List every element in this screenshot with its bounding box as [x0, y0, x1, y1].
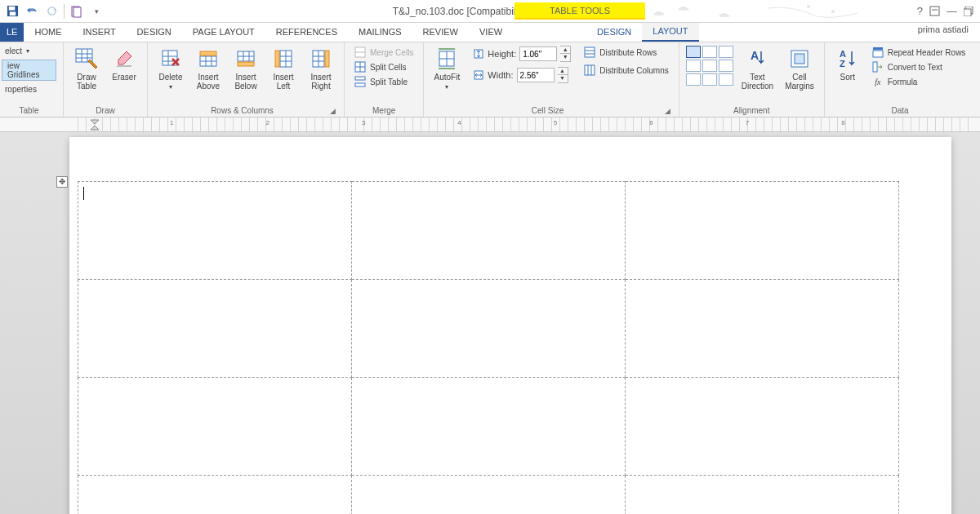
table-cell[interactable]	[352, 378, 626, 476]
svg-point-7	[831, 10, 835, 13]
table-cell[interactable]	[352, 280, 626, 378]
tab-file[interactable]: LE	[0, 22, 24, 42]
tab-page-layout[interactable]: PAGE LAYOUT	[182, 22, 265, 42]
distribute-columns-button[interactable]: Distribute Columns	[581, 64, 671, 77]
group-merge: Merge Cells Split Cells Split Table Merg…	[345, 42, 424, 117]
sort-icon: AZ	[836, 47, 859, 70]
align-middle-right[interactable]	[719, 60, 733, 72]
user-name[interactable]: prima astiadi	[918, 24, 969, 34]
cell-size-launcher-icon[interactable]: ◢	[665, 107, 672, 115]
split-table-icon	[354, 76, 366, 87]
save-icon[interactable]	[5, 4, 20, 19]
table-cell[interactable]	[78, 280, 352, 378]
table-cell[interactable]	[626, 280, 899, 378]
minimize-icon[interactable]: —	[947, 5, 957, 17]
svg-rect-66	[873, 62, 877, 72]
qat-customize-icon[interactable]: ▾	[89, 4, 104, 19]
height-spinner[interactable]: ▲▼	[560, 46, 571, 62]
svg-rect-1	[8, 7, 15, 11]
tab-mailings[interactable]: MAILINGS	[348, 22, 412, 42]
tab-insert[interactable]: INSERT	[72, 22, 126, 42]
eraser-button[interactable]: Eraser	[108, 46, 140, 83]
autofit-button[interactable]: AutoFit▾	[430, 46, 463, 93]
split-cells-button[interactable]: Split Cells	[351, 60, 416, 73]
table-row[interactable]	[78, 378, 899, 476]
svg-rect-46	[355, 77, 365, 80]
align-middle-left[interactable]	[686, 60, 701, 72]
svg-rect-56	[585, 65, 595, 75]
restore-icon[interactable]	[964, 7, 973, 16]
split-table-button[interactable]: Split Table	[351, 75, 416, 88]
draw-table-button[interactable]: Draw Table	[70, 46, 103, 92]
insert-left-button[interactable]: Insert Left	[267, 46, 300, 92]
document-table[interactable]	[78, 181, 899, 514]
ribbon-display-icon[interactable]	[929, 6, 940, 16]
align-bottom-right[interactable]	[719, 73, 733, 86]
insert-below-button[interactable]: Insert Below	[229, 46, 262, 92]
view-gridlines-button[interactable]: iew Gridlines	[2, 60, 56, 81]
select-button[interactable]: elect ▾	[2, 46, 56, 56]
width-label: Width:	[488, 70, 513, 80]
distribute-columns-icon	[584, 64, 595, 76]
tab-table-design[interactable]: DESIGN	[586, 22, 642, 42]
tab-references[interactable]: REFERENCES	[265, 22, 348, 42]
group-cell-size-label: Cell Size	[430, 104, 664, 115]
split-cells-icon	[354, 61, 366, 73]
tab-home[interactable]: HOME	[24, 22, 72, 42]
width-input[interactable]	[517, 68, 555, 82]
align-bottom-left[interactable]	[686, 73, 701, 86]
table-cell[interactable]	[78, 378, 352, 476]
width-spinner[interactable]: ▲▼	[558, 67, 568, 83]
print-preview-icon[interactable]	[69, 4, 84, 19]
svg-point-6	[807, 5, 810, 8]
table-cell[interactable]	[352, 182, 626, 280]
width-field: Width: ▲▼	[473, 67, 571, 83]
insert-right-button[interactable]: Insert Right	[305, 46, 337, 92]
formula-button[interactable]: fx Formula	[869, 75, 969, 88]
undo-icon[interactable]	[24, 4, 39, 19]
svg-text:A: A	[751, 49, 759, 62]
insert-above-icon	[197, 47, 220, 70]
insert-above-button[interactable]: Insert Above	[192, 46, 225, 92]
align-top-center[interactable]	[702, 46, 717, 58]
repeat-header-rows-button[interactable]: Repeat Header Rows	[869, 46, 969, 59]
qat-separator	[64, 4, 65, 19]
tab-review[interactable]: REVIEW	[412, 22, 469, 42]
sort-button[interactable]: AZ Sort	[831, 46, 864, 83]
height-input[interactable]	[519, 47, 557, 61]
tab-table-layout[interactable]: LAYOUT	[642, 22, 698, 42]
table-cell[interactable]	[626, 182, 899, 280]
align-bottom-center[interactable]	[702, 73, 717, 86]
tab-design[interactable]: DESIGN	[127, 22, 182, 42]
text-direction-button[interactable]: A Text Direction	[738, 46, 777, 92]
title-bar: ▾ T&J_no.103.doc [Compatibility Mode] - …	[0, 0, 980, 23]
tab-view[interactable]: VIEW	[469, 22, 513, 42]
text-direction-icon: A	[746, 47, 768, 70]
table-cell[interactable]	[352, 476, 626, 515]
align-middle-center[interactable]	[702, 60, 717, 72]
table-cell[interactable]	[78, 476, 352, 515]
table-row[interactable]	[78, 280, 899, 378]
align-top-left[interactable]	[686, 46, 701, 58]
table-row[interactable]	[78, 476, 899, 515]
table-row[interactable]	[78, 182, 899, 280]
document-area[interactable]: ✥	[0, 132, 980, 514]
distribute-rows-button[interactable]: Distribute Rows	[581, 46, 671, 59]
align-top-right[interactable]	[719, 46, 733, 58]
convert-to-text-button[interactable]: Convert to Text	[869, 60, 969, 73]
table-cell[interactable]	[78, 182, 352, 280]
horizontal-ruler[interactable]: 12345678	[0, 117, 980, 132]
svg-point-3	[47, 7, 55, 15]
indent-marker-icon[interactable]	[90, 119, 100, 131]
table-move-handle-icon[interactable]: ✥	[56, 176, 68, 188]
table-cell[interactable]	[626, 378, 899, 476]
redo-icon[interactable]	[44, 4, 59, 19]
rows-columns-launcher-icon[interactable]: ◢	[330, 107, 337, 115]
page[interactable]: ✥	[69, 137, 951, 514]
cell-margins-button[interactable]: Cell Margins	[782, 46, 817, 92]
properties-button[interactable]: roperties	[2, 84, 56, 95]
delete-button[interactable]: Delete▾	[154, 46, 187, 93]
help-icon[interactable]: ?	[917, 5, 923, 17]
height-label: Height:	[488, 49, 516, 59]
table-cell[interactable]	[626, 476, 899, 515]
